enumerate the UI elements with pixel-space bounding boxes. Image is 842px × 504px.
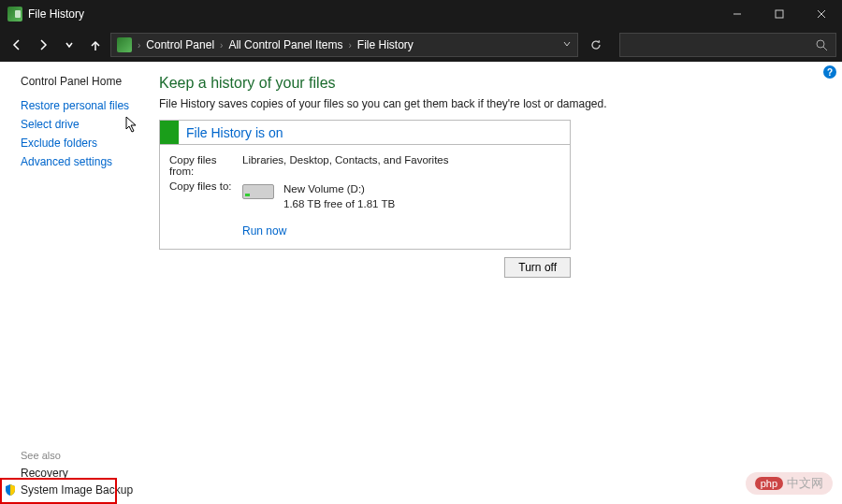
drive-icon: [242, 184, 274, 199]
status-header: File History is on: [160, 121, 570, 145]
maximize-button[interactable]: [758, 0, 800, 28]
address-dropdown[interactable]: [562, 38, 572, 51]
copy-from-label: Copy files from:: [169, 154, 242, 177]
system-image-backup-link[interactable]: System Image Backup: [21, 483, 133, 497]
chevron-right-icon: ›: [220, 40, 223, 50]
control-panel-home-link[interactable]: Control Panel Home: [21, 75, 148, 88]
toolbar: › Control Panel › All Control Panel Item…: [0, 28, 842, 62]
copy-to-label: Copy files to:: [169, 180, 242, 211]
restore-personal-files-link[interactable]: Restore personal files: [21, 99, 148, 112]
breadcrumb-file-history[interactable]: File History: [357, 38, 414, 51]
recovery-link[interactable]: Recovery: [21, 467, 148, 480]
help-icon[interactable]: ?: [823, 65, 836, 79]
drive-name: New Volume (D:): [283, 182, 395, 197]
page-heading: Keep a history of your files: [159, 75, 823, 92]
forward-button[interactable]: [32, 34, 54, 56]
window-title: File History: [28, 7, 716, 21]
turn-off-button[interactable]: Turn off: [504, 257, 571, 278]
watermark-badge: php: [755, 477, 783, 490]
chevron-right-icon: ›: [138, 40, 140, 50]
back-button[interactable]: [6, 34, 28, 56]
see-also-heading: See also: [21, 450, 148, 461]
status-indicator-icon: [160, 121, 179, 144]
drive-space: 1.68 TB free of 1.81 TB: [283, 197, 395, 212]
status-text: File History is on: [179, 125, 283, 140]
exclude-folders-link[interactable]: Exclude folders: [21, 137, 148, 150]
search-box[interactable]: [619, 33, 836, 57]
path-icon: [117, 37, 132, 52]
status-box: File History is on Copy files from: Libr…: [159, 120, 571, 250]
svg-rect-1: [776, 10, 783, 18]
advanced-settings-link[interactable]: Advanced settings: [21, 155, 148, 168]
breadcrumb-control-panel[interactable]: Control Panel: [146, 38, 214, 51]
watermark-text: 中文网: [787, 476, 823, 490]
content-area: Control Panel Home Restore personal file…: [0, 62, 842, 504]
app-icon: [7, 7, 22, 22]
recent-dropdown[interactable]: [58, 34, 80, 56]
watermark: php中文网: [746, 472, 833, 495]
svg-line-6: [823, 47, 827, 50]
search-icon: [816, 39, 828, 51]
page-description: File History saves copies of your files …: [159, 97, 823, 110]
copy-from-value: Libraries, Desktop, Contacts, and Favori…: [242, 154, 449, 177]
address-bar[interactable]: › Control Panel › All Control Panel Item…: [110, 33, 578, 57]
minimize-button[interactable]: [716, 0, 758, 28]
refresh-button[interactable]: [582, 38, 610, 51]
run-now-link[interactable]: Run now: [242, 224, 560, 238]
titlebar: File History: [0, 0, 842, 28]
sidebar: Control Panel Home Restore personal file…: [0, 62, 159, 504]
chevron-right-icon: ›: [348, 40, 351, 50]
close-button[interactable]: [800, 0, 842, 28]
svg-point-5: [817, 40, 824, 48]
shield-icon: [4, 483, 17, 497]
breadcrumb-all-items[interactable]: All Control Panel Items: [228, 38, 342, 51]
up-button[interactable]: [84, 34, 107, 56]
select-drive-link[interactable]: Select drive: [21, 118, 148, 131]
main-panel: ? Keep a history of your files File Hist…: [159, 62, 842, 504]
